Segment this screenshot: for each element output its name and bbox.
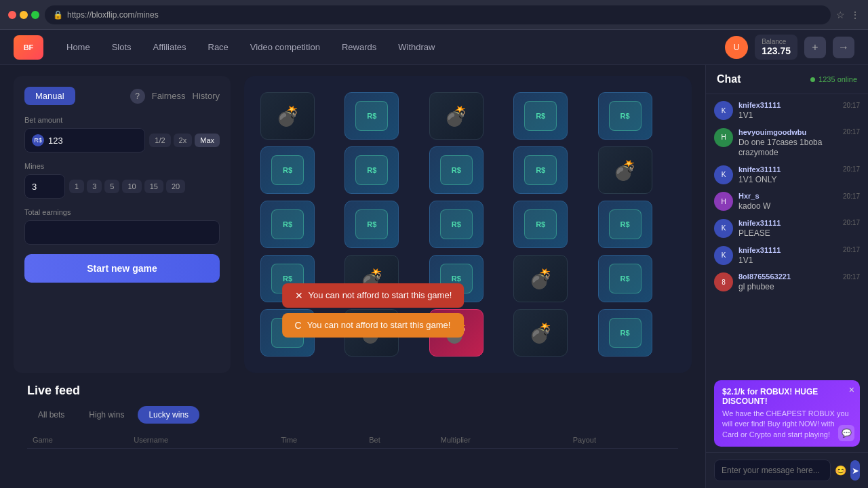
emoji-button[interactable]: 😊 (835, 465, 846, 476)
mines-5-btn[interactable]: 5 (104, 180, 119, 193)
chat-avatar-0: K (714, 101, 733, 120)
user-avatar[interactable]: U (725, 36, 748, 59)
tab-manual[interactable]: Manual (24, 87, 75, 105)
chat-message-4: K knifex31111 20:17 PLEASE (714, 219, 860, 239)
half-btn[interactable]: 1/2 (149, 134, 170, 147)
chat-username-0: knifex31111 (738, 101, 781, 109)
chat-time-5: 20:17 (843, 246, 860, 253)
chat-send-button[interactable]: ➤ (850, 460, 860, 481)
chat-title: Chat (717, 73, 741, 85)
minimize-dot[interactable] (20, 11, 28, 19)
chat-msg-content-6: 8ol8765563221 20:17 gl phubee (738, 272, 860, 293)
login-button[interactable]: → (833, 37, 854, 58)
balance-box: Balance 123.75 (755, 35, 797, 60)
tab-all-bets[interactable]: All bets (27, 406, 75, 424)
chat-text-1: Do one 17cases 1boba crazymode (738, 138, 860, 159)
bet-input-row: R$ 123 1/2 2x Max (24, 128, 220, 152)
mine-cell-5[interactable]: R$ (260, 146, 315, 194)
mine-cell-20[interactable]: R$ (260, 309, 315, 357)
gem-icon: R$ (609, 264, 642, 293)
mine-cell-10[interactable]: R$ (260, 201, 315, 248)
mine-cell-24[interactable]: R$ (598, 309, 652, 357)
mine-cell-7[interactable]: R$ (429, 146, 484, 194)
ad-close-button[interactable]: × (849, 384, 854, 395)
add-funds-button[interactable]: + (804, 37, 826, 58)
maximize-dot[interactable] (31, 11, 39, 19)
nav-rewards[interactable]: Rewards (332, 38, 386, 56)
lock-icon: 🔒 (53, 10, 63, 20)
mine-cell-1[interactable]: R$ (344, 92, 399, 140)
close-dot[interactable] (8, 11, 16, 19)
chat-msg-header-4: knifex31111 20:17 (738, 219, 860, 227)
mine-cell-22[interactable]: 💣 (429, 309, 484, 357)
mine-cell-13[interactable]: R$ (513, 201, 568, 248)
inner-game-area: Manual ? Fairness History Bet amount R$ … (14, 76, 692, 373)
bet-input-field[interactable]: R$ 123 (24, 128, 145, 152)
mine-cell-8[interactable]: R$ (513, 146, 568, 194)
col-time: Time (275, 432, 363, 449)
chat-avatar-3: H (714, 192, 733, 211)
live-feed-table: Game Username Time Bet Multiplier Payout (27, 432, 678, 449)
mines-15-btn[interactable]: 15 (144, 180, 163, 193)
chat-msg-header-3: Hxr_s 20:17 (738, 192, 860, 200)
bomb-icon: 💣 (527, 319, 554, 346)
mines-10-btn[interactable]: 10 (122, 180, 141, 193)
mine-cell-2[interactable]: 💣 (429, 92, 484, 140)
menu-icon[interactable]: ⋮ (850, 9, 860, 20)
fairness-button[interactable]: Fairness (152, 91, 186, 101)
tab-high-wins[interactable]: High wins (78, 406, 135, 424)
col-multiplier: Multiplier (435, 432, 568, 449)
mine-cell-18[interactable]: 💣 (513, 255, 568, 302)
start-game-button[interactable]: Start new game (24, 254, 220, 283)
control-panel: Manual ? Fairness History Bet amount R$ … (14, 76, 231, 373)
mine-cell-11[interactable]: R$ (344, 201, 399, 248)
mine-cell-6[interactable]: R$ (344, 146, 399, 194)
chat-message-2: K knifex31111 20:17 1V1 ONLY (714, 165, 860, 186)
mine-cell-19[interactable]: R$ (598, 255, 652, 302)
max-btn[interactable]: Max (195, 134, 220, 147)
nav-withdraw[interactable]: Withdraw (389, 38, 444, 56)
game-grid-wrapper: 💣R$💣R$R$R$R$R$R$💣R$R$R$R$R$R$💣R$💣R$R$💣💣💣… (244, 76, 692, 373)
nav-affiliates[interactable]: Affiliates (144, 38, 196, 56)
mine-cell-16[interactable]: 💣 (344, 255, 399, 302)
mine-cell-15[interactable]: R$ (260, 255, 315, 302)
nav-video-competition[interactable]: Video competition (241, 38, 330, 56)
chat-avatar-1: H (714, 128, 733, 147)
nav-race[interactable]: Race (199, 38, 238, 56)
currency-icon: R$ (32, 134, 44, 146)
mines-20-btn[interactable]: 20 (166, 180, 185, 193)
mine-cell-17[interactable]: R$ (429, 255, 484, 302)
nav-slots[interactable]: Slots (102, 38, 141, 56)
mines-input-field[interactable]: 3 (24, 174, 65, 199)
mine-cell-9[interactable]: 💣 (598, 146, 652, 194)
mine-cell-23[interactable]: 💣 (513, 309, 568, 357)
history-button[interactable]: History (193, 91, 220, 101)
mine-cell-3[interactable]: R$ (513, 92, 568, 140)
site-logo[interactable]: BF (14, 35, 43, 60)
mine-cell-0[interactable]: 💣 (260, 92, 315, 140)
chat-panel: Chat 1235 online K knifex31111 20:17 1V1… (705, 65, 868, 488)
chat-msg-content-3: Hxr_s 20:17 kadoo W (738, 192, 860, 212)
mine-cell-21[interactable]: 💣 (344, 309, 399, 357)
chat-input[interactable] (714, 460, 831, 481)
mine-cell-14[interactable]: R$ (598, 201, 652, 248)
mine-cell-12[interactable]: R$ (429, 201, 484, 248)
mines-3-btn[interactable]: 3 (87, 180, 102, 193)
chat-time-6: 20:17 (843, 273, 860, 281)
live-feed-section: Live feed All bets High wins Lucky wins … (14, 384, 692, 462)
mines-1-btn[interactable]: 1 (69, 180, 84, 193)
chat-text-2: 1V1 ONLY (738, 175, 860, 186)
nav-home[interactable]: Home (57, 38, 100, 56)
browser-toolbar: ☆ ⋮ (836, 9, 860, 20)
star-icon[interactable]: ☆ (836, 9, 845, 20)
tab-lucky-wins[interactable]: Lucky wins (138, 406, 199, 424)
help-button[interactable]: ? (130, 89, 145, 104)
chat-text-0: 1V1 (738, 110, 860, 121)
double-btn[interactable]: 2x (174, 134, 193, 147)
mine-cell-4[interactable]: R$ (598, 92, 652, 140)
gem-icon: R$ (271, 264, 304, 293)
chat-msg-content-2: knifex31111 20:17 1V1 ONLY (738, 165, 860, 186)
chat-msg-header-5: knifex31111 20:17 (738, 246, 860, 254)
nav-right: U Balance 123.75 + → (725, 35, 854, 60)
address-bar[interactable]: 🔒 https://bloxflip.com/mines (45, 5, 831, 24)
